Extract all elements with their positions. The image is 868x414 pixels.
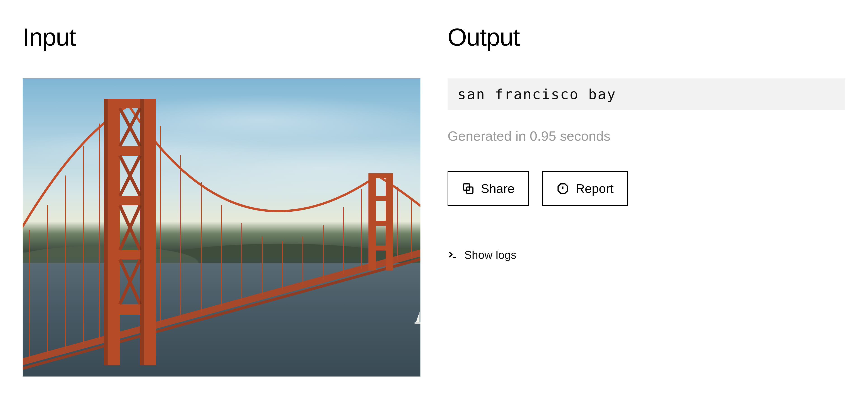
svg-point-40 — [563, 191, 563, 191]
output-column: Output san francisco bay Generated in 0.… — [447, 23, 845, 377]
share-button[interactable]: Share — [447, 171, 529, 206]
io-panel: Input — [0, 0, 868, 399]
svg-rect-7 — [104, 304, 156, 315]
svg-rect-35 — [414, 322, 421, 324]
terminal-icon — [447, 250, 458, 260]
input-title: Input — [23, 23, 421, 51]
input-image[interactable] — [23, 78, 421, 377]
output-actions: Share Report — [447, 171, 845, 206]
report-button[interactable]: Report — [542, 171, 628, 206]
svg-rect-3 — [104, 99, 156, 108]
svg-rect-15 — [368, 245, 393, 250]
show-logs-label: Show logs — [464, 248, 517, 262]
svg-rect-12 — [368, 173, 393, 178]
svg-rect-5 — [104, 196, 156, 205]
svg-rect-9 — [140, 99, 144, 365]
report-icon — [557, 182, 569, 195]
show-logs-toggle[interactable]: Show logs — [447, 247, 517, 263]
output-result-text: san francisco bay — [447, 78, 845, 110]
golden-gate-bridge-illustration — [23, 78, 421, 377]
share-button-label: Share — [481, 181, 515, 196]
svg-rect-14 — [368, 221, 393, 226]
svg-rect-6 — [104, 250, 156, 260]
svg-rect-13 — [368, 196, 393, 201]
svg-rect-4 — [104, 146, 156, 156]
input-column: Input — [23, 23, 421, 377]
share-icon — [462, 182, 474, 195]
output-title: Output — [447, 23, 845, 51]
report-button-label: Report — [576, 181, 614, 196]
generated-in-label: Generated in 0.95 seconds — [447, 128, 845, 144]
svg-rect-8 — [104, 99, 108, 365]
